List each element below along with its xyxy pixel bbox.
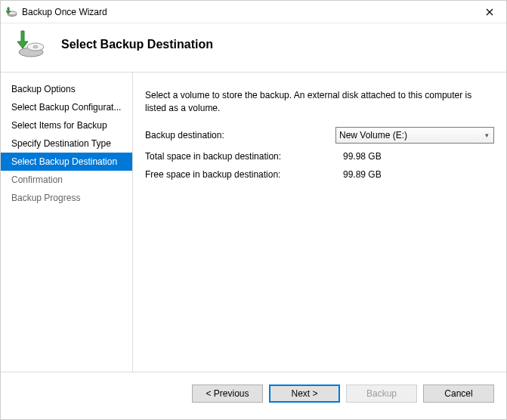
intro-text: Select a volume to store the backup. An … bbox=[145, 89, 494, 115]
svg-point-4 bbox=[33, 46, 38, 48]
close-button[interactable] bbox=[472, 1, 506, 23]
step-backup-options[interactable]: Backup Options bbox=[1, 80, 132, 98]
previous-button[interactable]: < Previous bbox=[192, 384, 263, 403]
step-select-backup-config[interactable]: Select Backup Configurat... bbox=[1, 98, 132, 116]
step-select-backup-destination[interactable]: Select Backup Destination bbox=[1, 153, 132, 171]
app-icon bbox=[5, 6, 17, 18]
total-space-label: Total space in backup destination: bbox=[145, 151, 343, 162]
next-button[interactable]: Next > bbox=[269, 384, 340, 403]
free-space-label: Free space in backup destination: bbox=[145, 169, 343, 180]
cancel-button[interactable]: Cancel bbox=[423, 384, 494, 403]
main-panel: Select a volume to store the backup. An … bbox=[133, 73, 506, 372]
wizard-steps-sidebar: Backup Options Select Backup Configurat.… bbox=[1, 73, 133, 372]
step-select-items[interactable]: Select Items for Backup bbox=[1, 116, 132, 134]
step-specify-dest-type[interactable]: Specify Destination Type bbox=[1, 134, 132, 153]
total-space-value: 99.98 GB bbox=[343, 151, 494, 162]
header: Select Backup Destination bbox=[1, 23, 506, 73]
page-title: Select Backup Destination bbox=[61, 38, 213, 51]
dest-label: Backup destination: bbox=[145, 130, 335, 141]
dest-selected-value: New Volume (E:) bbox=[339, 130, 407, 141]
footer: < Previous Next > Backup Cancel bbox=[1, 372, 506, 414]
free-space-value: 99.89 GB bbox=[343, 169, 494, 180]
window-title: Backup Once Wizard bbox=[22, 7, 107, 17]
step-confirmation[interactable]: Confirmation bbox=[1, 171, 132, 189]
backup-button: Backup bbox=[346, 384, 417, 403]
backup-disc-icon bbox=[14, 29, 45, 60]
backup-destination-select[interactable]: New Volume (E:) ▾ bbox=[335, 127, 494, 144]
titlebar: Backup Once Wizard bbox=[1, 1, 506, 23]
step-backup-progress[interactable]: Backup Progress bbox=[1, 189, 132, 207]
chevron-down-icon: ▾ bbox=[485, 131, 489, 139]
